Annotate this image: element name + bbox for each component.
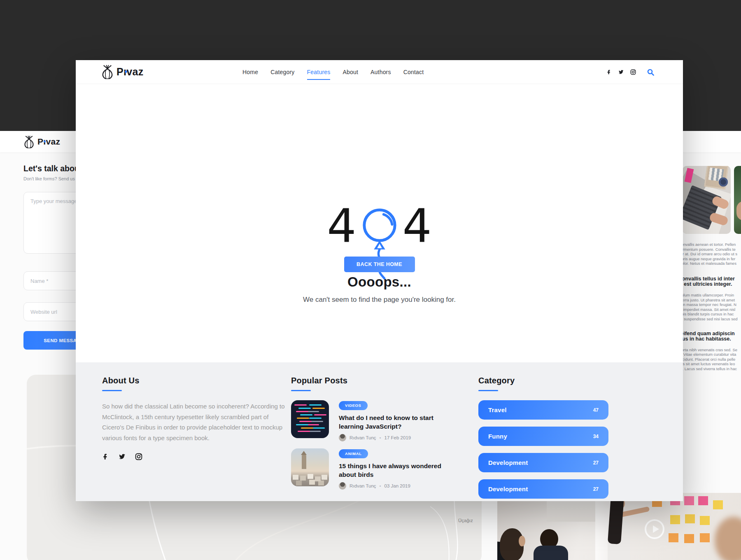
author-avatar bbox=[339, 482, 346, 490]
dot-separator: • bbox=[380, 483, 381, 488]
category-count: 47 bbox=[593, 407, 599, 413]
article-line: auris augue neque gravida in fer bbox=[679, 257, 741, 261]
header-social-links bbox=[606, 60, 654, 84]
article-line: dolor. Netus et malesuada fames bbox=[679, 261, 741, 266]
brand-name: Pıvaz bbox=[117, 66, 143, 78]
post-item-birds[interactable]: ANIMAL 15 things I have always wondered … bbox=[291, 448, 464, 490]
brand-i-dot bbox=[44, 140, 46, 142]
post-category-badge[interactable]: VIDEOS bbox=[339, 401, 368, 410]
onion-logo-icon bbox=[101, 65, 114, 79]
about-title: About Us bbox=[102, 376, 285, 385]
digit-4-right: 4 bbox=[403, 203, 432, 249]
footer-category-section: Category Travel 47 Funny 34 Development … bbox=[478, 376, 608, 506]
article-subheading: leifend quam adipiscin bbox=[679, 331, 741, 337]
error-title: Oooops... bbox=[76, 274, 683, 290]
category-count: 27 bbox=[593, 460, 599, 466]
background-brand-name: Pıvaz bbox=[37, 137, 60, 147]
category-pill-travel[interactable]: Travel 47 bbox=[478, 400, 608, 420]
article-subheading: llus in hac habitasse. bbox=[679, 336, 741, 342]
facebook-icon[interactable] bbox=[606, 69, 612, 75]
error-404-card: Pıvaz Home Category Features About Autho… bbox=[76, 60, 683, 501]
category-pill-development[interactable]: Development 27 bbox=[478, 453, 608, 472]
article-line: fermentum posuere. Convallis te bbox=[679, 247, 741, 252]
nav-category[interactable]: Category bbox=[270, 69, 294, 75]
category-count: 34 bbox=[593, 434, 599, 439]
article-line: la. Lacus sed viverra tellus in hac bbox=[679, 366, 741, 371]
main-navigation: Home Category Features About Authors Con… bbox=[242, 60, 424, 84]
twitter-icon[interactable] bbox=[119, 453, 126, 460]
post-title[interactable]: 15 things I have always wondered about b… bbox=[339, 462, 454, 479]
article-line: incidunt. Placerat orci nulla pelle bbox=[679, 357, 741, 362]
article-line: re suspendisse sed nisi lacus sed bbox=[679, 317, 741, 322]
play-button[interactable] bbox=[645, 519, 664, 539]
post-author-row: Rıdvan Tunç • 03 Jan 2019 bbox=[339, 482, 454, 490]
category-pill-development-2[interactable]: Development 27 bbox=[478, 479, 608, 499]
author-name[interactable]: Rıdvan Tunç bbox=[350, 483, 376, 488]
nav-authors[interactable]: Authors bbox=[370, 69, 391, 75]
post-thumbnail-code bbox=[291, 400, 329, 438]
popular-posts-title: Popular Posts bbox=[291, 376, 464, 385]
nav-features[interactable]: Features bbox=[307, 69, 331, 80]
article-line: porta nibh venenatis cras sed. Se bbox=[679, 348, 741, 352]
plants-photo bbox=[734, 166, 741, 234]
author-avatar bbox=[339, 434, 346, 441]
modal-navbar: Pıvaz Home Category Features About Autho… bbox=[76, 60, 683, 84]
post-thumbnail-city bbox=[291, 448, 329, 486]
article-line: iverra justo. Ut pharetra sit amet bbox=[679, 298, 741, 303]
modal-footer: About Us So how did the classical Latin … bbox=[76, 362, 683, 501]
post-date: 17 Feb 2019 bbox=[384, 435, 411, 440]
digit-4-left: 4 bbox=[327, 203, 356, 249]
back-home-button[interactable]: BACK THE HOME bbox=[344, 257, 415, 272]
footer-popular-posts: Popular Posts VIDEOS What do I need to k… bbox=[291, 376, 464, 497]
nav-contact[interactable]: Contact bbox=[403, 69, 424, 75]
post-category-badge[interactable]: ANIMAL bbox=[339, 449, 368, 458]
category-title: Category bbox=[478, 376, 608, 385]
category-count: 27 bbox=[593, 486, 599, 492]
footer-about-section: About Us So how did the classical Latin … bbox=[102, 376, 285, 460]
brand-logo[interactable]: Pıvaz bbox=[101, 65, 143, 79]
article-line: s. Vitae elementum curabitur vita bbox=[679, 352, 741, 357]
title-underline bbox=[291, 390, 311, 391]
article-subheading: convallis tellus id inter bbox=[679, 276, 741, 282]
article-line: s in massa tempor nec feugiat. N bbox=[679, 302, 741, 307]
article-line: bulum mattis ullamcorper. Proin bbox=[679, 293, 741, 298]
instagram-icon[interactable] bbox=[630, 69, 636, 75]
background-brand-logo[interactable]: Pıvaz bbox=[23, 135, 60, 148]
article-text-column: convallis aenean et tortor. Pellen ferme… bbox=[679, 242, 741, 371]
screenshot-stage: Pıvaz Let's talk about... Don't like for… bbox=[0, 0, 741, 560]
category-pill-funny[interactable]: Funny 34 bbox=[478, 427, 608, 446]
article-line: rus sit amet luctus venenatis leo bbox=[679, 362, 741, 366]
post-title[interactable]: What do I need to know to start learning… bbox=[339, 413, 454, 431]
facebook-icon[interactable] bbox=[102, 453, 110, 460]
post-date: 03 Jan 2019 bbox=[384, 483, 410, 488]
search-icon[interactable] bbox=[647, 69, 654, 76]
onion-logo-icon bbox=[23, 135, 35, 148]
error-subtitle: We can't seem to find the page you're lo… bbox=[76, 296, 683, 304]
post-author-row: Rıdvan Tunç • 17 Feb 2019 bbox=[339, 434, 454, 441]
title-underline bbox=[102, 390, 122, 391]
desk-photo bbox=[683, 166, 731, 234]
brand-i-dot bbox=[125, 70, 127, 73]
article-line: quis blandit turpis cursus in hac bbox=[679, 312, 741, 317]
nav-about[interactable]: About bbox=[343, 69, 358, 75]
author-name[interactable]: Rıdvan Tunç bbox=[350, 435, 376, 440]
nav-home[interactable]: Home bbox=[242, 69, 258, 75]
article-line: convallis aenean et tortor. Pellen bbox=[679, 242, 741, 247]
article-line: tor at. Dui id ornare arcu odio ut s bbox=[679, 252, 741, 257]
instagram-icon[interactable] bbox=[135, 453, 142, 460]
footer-social-links bbox=[102, 453, 285, 460]
twitter-icon[interactable] bbox=[618, 69, 624, 75]
map-place-label: Üçağız bbox=[458, 518, 473, 523]
post-item-javascript[interactable]: VIDEOS What do I need to know to start l… bbox=[291, 400, 464, 441]
article-line: is imperdiet massa. Sit amet nisl bbox=[679, 307, 741, 312]
title-underline bbox=[478, 390, 498, 391]
article-subheading: n est ultricies integer. bbox=[679, 282, 741, 287]
about-text: So how did the classical Latin become so… bbox=[102, 401, 285, 443]
dot-separator: • bbox=[380, 435, 381, 440]
